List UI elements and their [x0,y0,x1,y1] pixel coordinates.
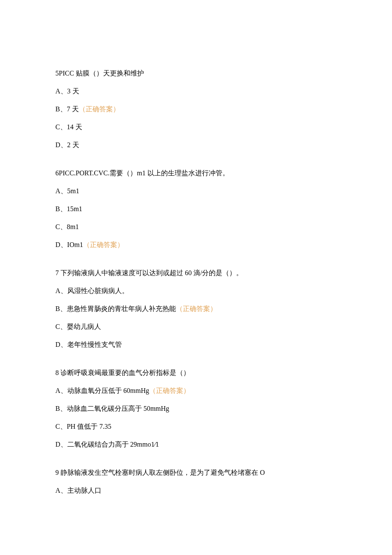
option-label: B、动脉血二氧化碳分压高于 50mmHg [55,405,169,412]
answer-option: B、动脉血二氧化碳分压高于 50mmHg [55,404,337,414]
question-block: 6PICC.PORT.CVC.需要（）m1 以上的生理盐水进行冲管。 A、5m1… [55,168,337,250]
answer-option: A、5m1 [55,186,337,196]
option-label: B、患急性胃肠炎的青壮年病人补充热能 [55,305,176,312]
answer-option: C、8m1 [55,222,337,232]
option-label: D、老年性慢性支气管 [55,341,122,348]
answer-option: B、7 天（正确答案） [55,104,337,114]
answer-option: B、患急性胃肠炎的青壮年病人补充热能（正确答案） [55,304,337,314]
option-label: C、婴幼儿病人 [55,323,101,330]
option-label: C、8m1 [55,223,79,230]
answer-option: A、风湿性心脏病病人。 [55,286,337,296]
answer-option: D、二氧化碳结合力高于 29mmo1∕1 [55,439,337,450]
option-label: D、2 天 [55,141,79,148]
answer-option: D、2 天 [55,140,337,150]
answer-option: C、14 天 [55,122,337,132]
option-label: A、5m1 [55,187,79,195]
option-label: C、14 天 [55,123,82,131]
answer-option: A、动脉血氧分压低于 60mmHg（正确答案） [55,386,337,396]
answer-option: B、15m1 [55,204,337,214]
option-label: A、动脉血氧分压低于 60mmHg [55,387,149,394]
answer-option: D、老年性慢性支气管 [55,340,337,350]
answer-option: A、主动脉人口 [55,485,337,496]
correct-answer-marker: （正确答案） [149,387,190,394]
answer-option: C、PH 值低于 7.35 [55,421,337,432]
question-text: 6PICC.PORT.CVC.需要（）m1 以上的生理盐水进行冲管。 [55,168,337,178]
correct-answer-marker: （正确答案） [83,241,124,248]
question-block: 8 诊断呼吸衰竭最重要的血气分析指标是（） A、动脉血氧分压低于 60mmHg（… [55,368,337,450]
option-label: A、主动脉人口 [55,487,101,494]
option-label: A、3 天 [55,87,79,95]
option-label: D、IOm1 [55,241,83,248]
option-label: C、PH 值低于 7.35 [55,423,111,430]
correct-answer-marker: （正确答案） [176,305,217,312]
option-label: B、7 天 [55,105,79,113]
option-label: D、二氧化碳结合力高于 29mmo1∕1 [55,441,159,448]
option-label: A、风湿性心脏病病人。 [55,287,129,294]
question-text: 9 静脉输液发生空气栓塞时病人取左侧卧位，是为了避免气栓堵塞在 O [55,468,337,478]
question-block: 9 静脉输液发生空气栓塞时病人取左侧卧位，是为了避免气栓堵塞在 O A、主动脉人… [55,468,337,496]
question-text: 8 诊断呼吸衰竭最重要的血气分析指标是（） [55,368,337,378]
question-block: 5PICC 贴膜（）天更换和维护 A、3 天 B、7 天（正确答案） C、14 … [55,68,337,150]
option-label: B、15m1 [55,205,82,212]
answer-option: C、婴幼儿病人 [55,322,337,332]
document-page: 5PICC 贴膜（）天更换和维护 A、3 天 B、7 天（正确答案） C、14 … [0,0,392,555]
question-block: 7 下列输液病人中输液速度可以达到或超过 60 滴/分的是（）。 A、风湿性心脏… [55,268,337,350]
answer-option: D、IOm1（正确答案） [55,240,337,250]
correct-answer-marker: （正确答案） [79,105,120,113]
question-text: 5PICC 贴膜（）天更换和维护 [55,68,337,78]
answer-option: A、3 天 [55,86,337,96]
question-text: 7 下列输液病人中输液速度可以达到或超过 60 滴/分的是（）。 [55,268,337,278]
